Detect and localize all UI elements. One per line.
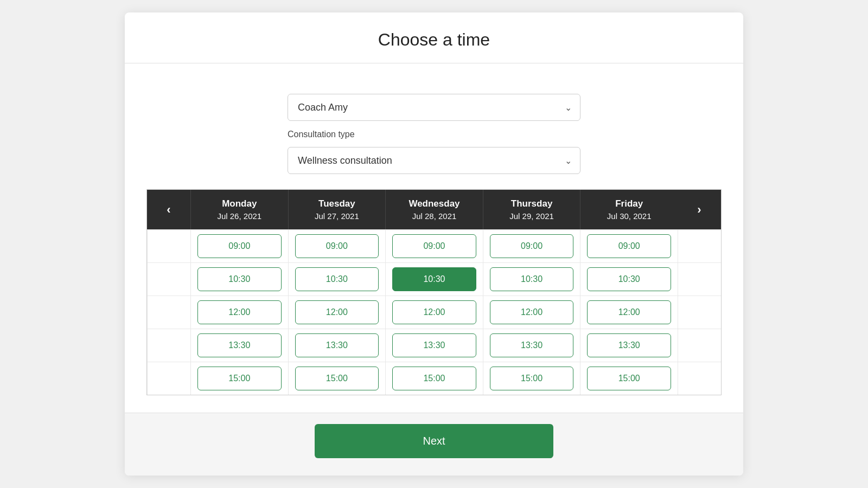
- calendar-right-empty: ›: [678, 190, 721, 229]
- day-name-0: Monday: [195, 198, 284, 209]
- cal-empty-right-1: [678, 262, 721, 296]
- time-slot-button[interactable]: 12:00: [587, 300, 671, 324]
- time-slot-button[interactable]: 15:00: [392, 367, 476, 390]
- slot-wed-1200: 12:00: [385, 296, 483, 329]
- time-slot-button[interactable]: 10:30: [295, 267, 379, 291]
- cal-empty-left-2: [147, 296, 190, 329]
- calendar-day-wednesday: Wednesday Jul 28, 2021: [385, 190, 483, 229]
- slot-fri-1500: 15:00: [580, 362, 678, 395]
- coach-dropdown-container: Coach Amy Coach Bob Coach Carol ⌄: [288, 94, 580, 121]
- cal-empty-left-4: [147, 362, 190, 395]
- slot-wed-1330: 13:30: [385, 329, 483, 362]
- header-divider: [125, 63, 743, 63]
- day-date-4: Jul 30, 2021: [585, 211, 673, 221]
- calendar: ‹ Monday Jul 26, 2021 Tuesday Jul 27, 20…: [146, 189, 722, 395]
- time-slot-button[interactable]: 13:30: [392, 333, 476, 357]
- time-slot-button[interactable]: 10:30: [587, 267, 671, 291]
- slot-fri-1330: 13:30: [580, 329, 678, 362]
- slot-tue-1330: 13:30: [288, 329, 386, 362]
- next-button[interactable]: Next: [315, 424, 553, 458]
- slot-mon-1330: 13:30: [190, 329, 288, 362]
- time-slot-button[interactable]: 12:00: [490, 300, 574, 324]
- slot-wed-0900: 09:00: [385, 229, 483, 262]
- slot-thu-1500: 15:00: [483, 362, 580, 395]
- slot-wed-1500: 15:00: [385, 362, 483, 395]
- page-title: Choose a time: [146, 30, 722, 50]
- calendar-day-monday: Monday Jul 26, 2021: [190, 190, 288, 229]
- slot-thu-1200: 12:00: [483, 296, 580, 329]
- slot-thu-0900: 09:00: [483, 229, 580, 262]
- cal-empty-right-3: [678, 329, 721, 362]
- slot-mon-1030: 10:30: [190, 262, 288, 296]
- time-slot-button[interactable]: 10:30: [490, 267, 574, 291]
- consultation-type-dropdown[interactable]: Wellness consultation Nutrition consulta…: [288, 147, 580, 174]
- time-slot-button[interactable]: 13:30: [587, 333, 671, 357]
- coach-dropdown-wrapper: Coach Amy Coach Bob Coach Carol ⌄: [146, 94, 722, 121]
- time-slot-button[interactable]: 10:30: [197, 267, 282, 291]
- cal-empty-right-0: [678, 229, 721, 262]
- time-slot-button[interactable]: 09:00: [587, 234, 671, 258]
- calendar-prev-button[interactable]: ‹: [147, 190, 190, 229]
- cal-empty-left-3: [147, 329, 190, 362]
- time-slot-button[interactable]: 13:30: [490, 333, 574, 357]
- slot-fri-1030: 10:30: [580, 262, 678, 296]
- day-name-2: Wednesday: [390, 198, 478, 209]
- cal-empty-right-2: [678, 296, 721, 329]
- modal-footer: Next: [125, 413, 743, 476]
- slot-fri-0900: 09:00: [580, 229, 678, 262]
- slot-mon-1200: 12:00: [190, 296, 288, 329]
- slot-tue-1030: 10:30: [288, 262, 386, 296]
- slot-mon-1500: 15:00: [190, 362, 288, 395]
- day-date-2: Jul 28, 2021: [390, 211, 478, 221]
- time-slot-button-selected[interactable]: 10:30: [392, 267, 476, 291]
- day-date-0: Jul 26, 2021: [195, 211, 284, 221]
- calendar-day-tuesday: Tuesday Jul 27, 2021: [288, 190, 386, 229]
- time-slot-button[interactable]: 09:00: [490, 234, 574, 258]
- coach-dropdown[interactable]: Coach Amy Coach Bob Coach Carol: [288, 94, 580, 121]
- time-slot-button[interactable]: 09:00: [197, 234, 282, 258]
- consultation-type-label: Consultation type: [288, 130, 580, 139]
- time-slot-button[interactable]: 12:00: [392, 300, 476, 324]
- slot-mon-0900: 09:00: [190, 229, 288, 262]
- cal-empty-right-4: [678, 362, 721, 395]
- time-slot-button[interactable]: 09:00: [392, 234, 476, 258]
- modal-header: Choose a time: [125, 12, 743, 76]
- time-slot-button[interactable]: 12:00: [197, 300, 282, 324]
- time-slot-button[interactable]: 15:00: [490, 367, 574, 390]
- calendar-day-friday: Friday Jul 30, 2021: [580, 190, 678, 229]
- slot-fri-1200: 12:00: [580, 296, 678, 329]
- calendar-next-button[interactable]: ›: [678, 190, 721, 229]
- calendar-day-thursday: Thursday Jul 29, 2021: [483, 190, 580, 229]
- slot-tue-0900: 09:00: [288, 229, 386, 262]
- day-name-3: Thursday: [488, 198, 576, 209]
- slot-wed-1030: 10:30: [385, 262, 483, 296]
- cal-empty-left-1: [147, 262, 190, 296]
- slot-tue-1500: 15:00: [288, 362, 386, 395]
- modal-body: Coach Amy Coach Bob Coach Carol ⌄ Consul…: [125, 76, 743, 413]
- modal-container: Choose a time Coach Amy Coach Bob Coach …: [125, 12, 743, 476]
- consultation-type-label-wrapper: Consultation type: [288, 130, 580, 144]
- time-slot-button[interactable]: 15:00: [295, 367, 379, 390]
- consultation-type-dropdown-container: Wellness consultation Nutrition consulta…: [288, 147, 580, 174]
- day-date-3: Jul 29, 2021: [488, 211, 576, 221]
- time-slot-button[interactable]: 15:00: [587, 367, 671, 390]
- time-slot-button[interactable]: 12:00: [295, 300, 379, 324]
- time-slot-button[interactable]: 13:30: [295, 333, 379, 357]
- time-slot-button[interactable]: 09:00: [295, 234, 379, 258]
- calendar-header: ‹ Monday Jul 26, 2021 Tuesday Jul 27, 20…: [147, 190, 721, 229]
- day-name-1: Tuesday: [293, 198, 381, 209]
- day-date-1: Jul 27, 2021: [293, 211, 381, 221]
- slot-thu-1330: 13:30: [483, 329, 580, 362]
- cal-empty-left-0: [147, 229, 190, 262]
- consultation-type-section: Consultation type Wellness consultation …: [146, 130, 722, 174]
- slot-tue-1200: 12:00: [288, 296, 386, 329]
- time-slot-button[interactable]: 15:00: [197, 367, 282, 390]
- time-slot-button[interactable]: 13:30: [197, 333, 282, 357]
- day-name-4: Friday: [585, 198, 673, 209]
- slot-thu-1030: 10:30: [483, 262, 580, 296]
- calendar-body: 09:00 09:00 09:00 09:00 09:00 10: [147, 229, 721, 395]
